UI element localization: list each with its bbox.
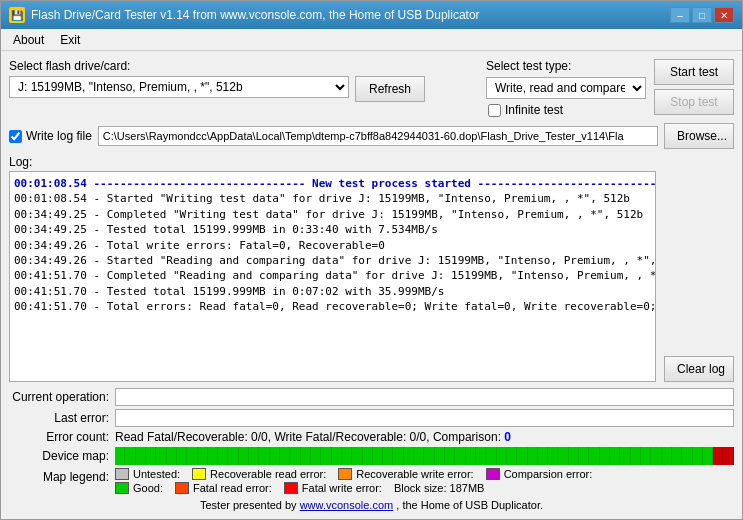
maximize-button[interactable]: □ (692, 7, 712, 23)
menu-about[interactable]: About (5, 31, 52, 49)
title-bar: 💾 Flash Drive/Card Tester v1.14 from www… (1, 1, 742, 29)
drive-select[interactable]: J: 15199MB, "Intenso, Premium, , *", 512… (9, 76, 349, 98)
legend-block-size: Block size: 187MB (394, 482, 484, 494)
menu-bar: About Exit (1, 29, 742, 51)
untested-label: Untested: (133, 468, 180, 480)
fatal-read-label: Fatal read error: (193, 482, 272, 494)
error-count-label: Error count: (9, 430, 109, 444)
legend-good: Good: (115, 482, 163, 494)
legend-comparsion: Comparsion error: (486, 468, 593, 480)
start-button[interactable]: Start test (654, 59, 734, 85)
legend-recoverable-write: Recoverable write error: (338, 468, 473, 480)
legend-recoverable-read: Recoverable read error: (192, 468, 326, 480)
map-legend-row: Map legend: Untested: Recoverable read e… (9, 468, 734, 494)
legend-fatal-write: Fatal write error: (284, 482, 382, 494)
block-size-label: Block size: 187MB (394, 482, 484, 494)
fatal-read-box (175, 482, 189, 494)
log-file-checkbox[interactable] (9, 130, 22, 143)
test-type-label: Select test type: (486, 59, 646, 73)
last-error-label: Last error: (9, 411, 109, 425)
device-map-bar (115, 447, 734, 465)
device-map-label: Device map: (9, 449, 109, 463)
log-section: Log: 00:01:08.54 -----------------------… (9, 155, 734, 382)
window-title: Flash Drive/Card Tester v1.14 from www.v… (31, 8, 480, 22)
refresh-button[interactable]: Refresh (355, 76, 425, 102)
content-area: Select flash drive/card: J: 15199MB, "In… (1, 51, 742, 519)
menu-exit[interactable]: Exit (52, 31, 88, 49)
close-button[interactable]: ✕ (714, 7, 734, 23)
last-error-value (115, 409, 734, 427)
test-type-row: Write, read and compareWrite onlyRead on… (486, 77, 646, 99)
title-controls: – □ ✕ (670, 7, 734, 23)
footer: Tester presented by www.vconsole.com , t… (9, 499, 734, 511)
top-section: Select flash drive/card: J: 15199MB, "In… (9, 59, 734, 117)
current-operation-label: Current operation: (9, 390, 109, 404)
footer-link[interactable]: www.vconsole.com (300, 499, 394, 511)
good-label: Good: (133, 482, 163, 494)
clear-btn-area: Clear log (660, 171, 734, 382)
app-icon: 💾 (9, 7, 25, 23)
error-count-value: Read Fatal/Recoverable: 0/0, Write Fatal… (115, 430, 511, 444)
log-path-input[interactable]: C:\Users\Raymondcc\AppData\Local\Temp\dt… (98, 126, 658, 146)
current-operation-row: Current operation: (9, 388, 734, 406)
drive-area: Select flash drive/card: J: 15199MB, "In… (9, 59, 478, 102)
title-bar-left: 💾 Flash Drive/Card Tester v1.14 from www… (9, 7, 480, 23)
error-count-row: Error count: Read Fatal/Recoverable: 0/0… (9, 430, 734, 444)
test-type-select[interactable]: Write, read and compareWrite onlyRead on… (486, 77, 646, 99)
good-box (115, 482, 129, 494)
recoverable-read-label: Recoverable read error: (210, 468, 326, 480)
legend-row-2: Good: Fatal read error: Fatal write erro… (115, 482, 734, 494)
current-operation-value (115, 388, 734, 406)
infinite-label: Infinite test (505, 103, 563, 117)
log-checkbox-row: Write log file (9, 129, 92, 143)
recoverable-write-label: Recoverable write error: (356, 468, 473, 480)
recoverable-write-box (338, 468, 352, 480)
footer-text-after: , the Home of USB Duplicator. (396, 499, 543, 511)
drive-label: Select flash drive/card: (9, 59, 478, 73)
clear-log-button[interactable]: Clear log (664, 356, 734, 382)
comparsion-label: Comparsion error: (504, 468, 593, 480)
log-box-container: 00:01:08.54 ----------------------------… (9, 171, 656, 382)
log-box[interactable]: 00:01:08.54 ----------------------------… (10, 172, 655, 381)
legend-fatal-read: Fatal read error: (175, 482, 272, 494)
footer-text-before: Tester presented by (200, 499, 300, 511)
legend-row-1: Untested: Recoverable read error: Recove… (115, 468, 734, 480)
untested-box (115, 468, 129, 480)
main-window: 💾 Flash Drive/Card Tester v1.14 from www… (0, 0, 743, 520)
minimize-button[interactable]: – (670, 7, 690, 23)
log-file-label: Write log file (26, 129, 92, 143)
comparsion-box (486, 468, 500, 480)
browse-button[interactable]: Browse... (664, 123, 734, 149)
map-legend-label: Map legend: (9, 468, 109, 484)
infinite-row: Infinite test (488, 103, 646, 117)
recoverable-read-box (192, 468, 206, 480)
infinite-checkbox[interactable] (488, 104, 501, 117)
fatal-write-label: Fatal write error: (302, 482, 382, 494)
status-section: Current operation: Last error: Error cou… (9, 388, 734, 511)
start-stop-area: Start test Stop test (654, 59, 734, 115)
legend-area: Untested: Recoverable read error: Recove… (115, 468, 734, 494)
device-map-row: Device map: (9, 447, 734, 465)
stop-button[interactable]: Stop test (654, 89, 734, 115)
log-label: Log: (9, 155, 734, 169)
fatal-write-box (284, 482, 298, 494)
legend-untested: Untested: (115, 468, 180, 480)
last-error-row: Last error: (9, 409, 734, 427)
test-area: Select test type: Write, read and compar… (486, 59, 646, 117)
log-file-row: Write log file C:\Users\Raymondcc\AppDat… (9, 123, 734, 149)
